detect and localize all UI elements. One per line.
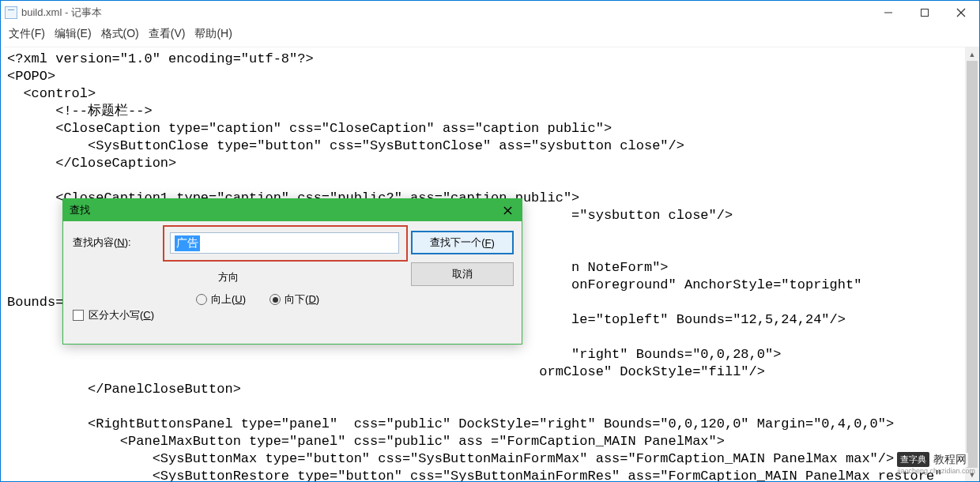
notepad-icon [5,6,17,19]
watermark: 查字典 教程网 jiaocheng.chazidian.com [897,452,975,475]
watermark-url: jiaocheng.chazidian.com [897,467,975,475]
menu-help[interactable]: 帮助(H) [194,27,232,41]
find-dialog-body: 查找内容(N): 广告 查找下一个(F) 取消 方向 向上(U) 向下(D) [63,221,522,344]
find-input[interactable]: 广告 [170,232,399,254]
svg-rect-1 [922,9,929,17]
menubar: 文件(F) 编辑(E) 格式(O) 查看(V) 帮助(H) [1,24,979,43]
scrollbar-thumb[interactable] [967,61,978,468]
maximize-button[interactable] [906,1,943,24]
window-buttons [870,1,979,24]
watermark-logo: 查字典 [897,452,929,467]
radio-icon [196,294,207,305]
scroll-up-icon[interactable]: ▲ [965,47,979,61]
watermark-text: 教程网 [932,453,968,467]
find-dialog-title: 查找 [70,203,90,217]
find-input-value: 广告 [175,235,200,251]
find-dialog: 查找 查找内容(N): 广告 查找下一个(F) 取消 方向 向上(U) [62,198,522,345]
checkbox-icon [73,310,84,321]
direction-label: 方向 [218,270,370,284]
menu-view[interactable]: 查看(V) [149,27,186,41]
window-title: build.xml - 记事本 [21,6,102,20]
menu-file[interactable]: 文件(F) [9,27,45,41]
find-next-button[interactable]: 查找下一个(F) [411,231,514,254]
menu-edit[interactable]: 编辑(E) [55,27,92,41]
radio-icon [270,294,281,305]
menu-format[interactable]: 格式(O) [101,27,139,41]
vertical-scrollbar[interactable]: ▲ ▼ [965,47,979,481]
direction-down-radio[interactable]: 向下(D) [270,292,319,307]
direction-group: 方向 向上(U) 向下(D) [196,270,370,307]
close-button[interactable] [943,1,979,24]
find-dialog-titlebar[interactable]: 查找 [63,199,522,221]
direction-up-radio[interactable]: 向上(U) [196,292,246,307]
find-content-label: 查找内容(N): [73,235,131,250]
match-case-checkbox[interactable]: 区分大小写(C) [73,308,154,322]
find-close-button[interactable] [499,202,515,218]
cancel-button[interactable]: 取消 [411,262,514,286]
window-titlebar: build.xml - 记事本 [1,1,979,24]
minimize-button[interactable] [870,1,906,24]
